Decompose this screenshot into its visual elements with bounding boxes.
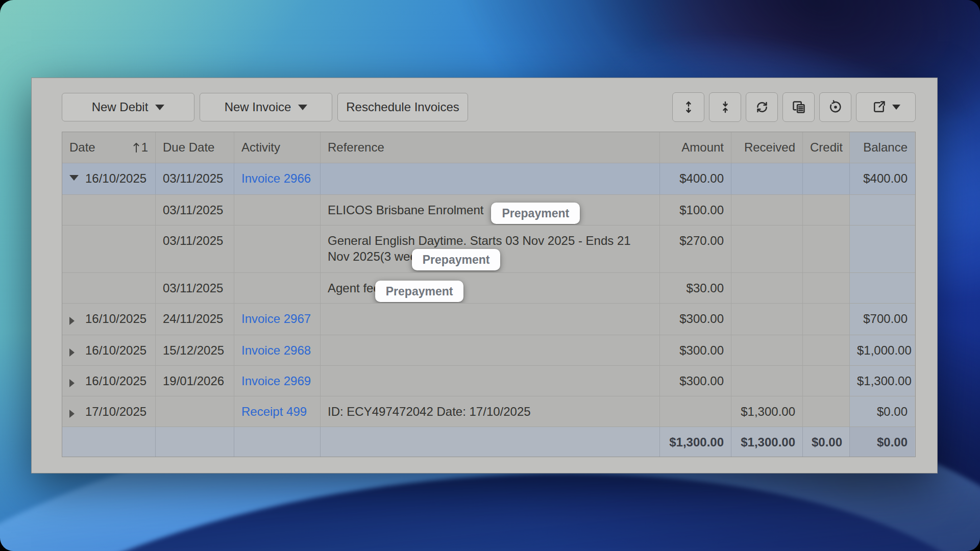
cell-reference <box>321 366 660 396</box>
cell-balance <box>850 273 915 303</box>
copy-icon <box>792 100 806 114</box>
cell-date <box>62 195 156 225</box>
footer-total-balance: $0.00 <box>850 427 915 457</box>
chevron-down-icon <box>155 105 164 110</box>
expand-all-button[interactable] <box>672 92 704 122</box>
cell-amount: $270.00 <box>660 226 731 272</box>
cell-received <box>731 195 803 225</box>
column-label: Activity <box>241 140 280 154</box>
cell-credit <box>803 273 850 303</box>
cell-activity: Receipt 499 <box>234 396 321 427</box>
sort-indicator: 1 <box>132 139 148 155</box>
cell-due-date: 19/01/2026 <box>156 366 234 396</box>
cell-balance: $400.00 <box>850 163 915 194</box>
cell-amount <box>660 396 731 427</box>
table-row-line-agent-fee[interactable]: 03/11/2025 Agent feePrepayment $30.00 <box>62 273 915 304</box>
cell-due-date: 03/11/2025 <box>156 195 234 225</box>
cell-activity <box>234 226 321 272</box>
column-label: Balance <box>863 140 908 154</box>
cell-balance: $700.00 <box>850 304 915 335</box>
cell-activity: Invoice 2967 <box>234 304 321 335</box>
cell-date: 16/10/2025 <box>62 163 156 194</box>
export-button[interactable] <box>856 92 916 122</box>
invoice-link[interactable]: Invoice 2967 <box>241 312 311 325</box>
cell-credit <box>803 304 850 335</box>
cell-date: 16/10/2025 <box>62 304 156 335</box>
cell-received <box>731 304 803 335</box>
copy-button[interactable] <box>782 92 815 122</box>
column-header-received[interactable]: Received <box>731 132 803 163</box>
column-header-activity[interactable]: Activity <box>234 132 321 163</box>
cell-credit <box>803 163 850 194</box>
table-row-invoice-2969[interactable]: 16/10/2025 19/01/2026 Invoice 2969 $300.… <box>62 366 915 396</box>
cell-received <box>731 366 803 396</box>
column-header-balance[interactable]: Balance <box>850 132 915 163</box>
column-label: Date <box>69 139 95 155</box>
desktop-wallpaper: New Debit New Invoice Reschedule Invoice… <box>0 0 980 551</box>
column-label: Credit <box>810 140 843 154</box>
cell-received <box>731 163 803 194</box>
prepayment-badge: Prepayment <box>375 281 464 302</box>
cell-date: 16/10/2025 <box>62 366 156 396</box>
cell-credit <box>803 226 850 272</box>
cell-reference <box>321 335 660 365</box>
new-debit-label: New Debit <box>92 100 149 114</box>
cell-received <box>731 335 803 365</box>
invoice-link[interactable]: Invoice 2969 <box>241 374 311 388</box>
column-header-due-date[interactable]: Due Date <box>156 132 234 163</box>
transactions-table: Date 1 Due Date Activity Reference Amoun… <box>62 132 916 457</box>
cell-due-date <box>156 396 234 427</box>
table-row-receipt-499[interactable]: 17/10/2025 Receipt 499 ID: ECY497472042 … <box>62 396 915 427</box>
cell-balance <box>850 226 915 272</box>
new-debit-button[interactable]: New Debit <box>62 93 194 121</box>
table-row-invoice-2966[interactable]: 16/10/2025 03/11/2025 Invoice 2966 $400.… <box>62 163 915 195</box>
invoice-link[interactable]: Invoice 2966 <box>241 171 311 185</box>
table-row-invoice-2968[interactable]: 16/10/2025 15/12/2025 Invoice 2968 $300.… <box>62 335 915 366</box>
column-label: Amount <box>681 140 724 154</box>
refresh-button[interactable] <box>746 92 778 122</box>
cell-reference: Agent feePrepayment <box>321 273 660 303</box>
invoice-link[interactable]: Invoice 2968 <box>241 343 311 357</box>
cell-activity: Invoice 2968 <box>234 335 321 365</box>
cell-balance: $1,300.00 <box>850 366 915 396</box>
new-invoice-button[interactable]: New Invoice <box>200 93 332 121</box>
expand-row-icon[interactable] <box>69 378 79 396</box>
table-row-line-general-english[interactable]: 03/11/2025 General English Daytime. Star… <box>62 226 915 273</box>
cell-amount: $30.00 <box>660 273 731 303</box>
cell-amount: $300.00 <box>660 304 731 335</box>
reschedule-invoices-button[interactable]: Reschedule Invoices <box>337 93 468 121</box>
cell-received <box>731 273 803 303</box>
table-row-invoice-2967[interactable]: 16/10/2025 24/11/2025 Invoice 2967 $300.… <box>62 304 915 335</box>
cell-received <box>731 226 803 272</box>
cell-credit <box>803 335 850 365</box>
column-header-date[interactable]: Date 1 <box>62 132 156 163</box>
collapse-row-icon[interactable] <box>69 175 79 194</box>
prepayment-badge: Prepayment <box>491 203 580 224</box>
expand-row-icon[interactable] <box>69 408 79 427</box>
footer-cell-activity <box>234 427 321 457</box>
column-header-credit[interactable]: Credit <box>803 132 850 163</box>
cell-due-date: 03/11/2025 <box>156 226 234 272</box>
history-button[interactable] <box>819 92 851 122</box>
cell-due-date: 03/11/2025 <box>156 163 234 194</box>
collapse-all-button[interactable] <box>709 92 741 122</box>
export-icon <box>872 100 886 114</box>
column-label: Received <box>744 140 795 154</box>
expand-row-icon[interactable] <box>69 315 79 335</box>
footer-total-received: $1,300.00 <box>731 427 803 457</box>
cell-activity: Invoice 2969 <box>234 366 321 396</box>
footer-cell-due-date <box>156 427 234 457</box>
collapse-rows-icon <box>718 100 732 114</box>
expand-row-icon[interactable] <box>69 347 79 365</box>
column-header-amount[interactable]: Amount <box>660 132 731 163</box>
cell-received: $1,300.00 <box>731 396 803 427</box>
cell-credit <box>803 195 850 225</box>
receipt-link[interactable]: Receipt 499 <box>241 405 307 418</box>
cell-date: 16/10/2025 <box>62 335 156 365</box>
cell-activity <box>234 273 321 303</box>
table-row-line-elicos[interactable]: 03/11/2025 ELICOS Brisbane EnrolmentPrep… <box>62 195 915 226</box>
cell-reference: ID: ECY497472042 Date: 17/10/2025 <box>321 396 660 427</box>
column-header-reference[interactable]: Reference <box>321 132 660 163</box>
cell-due-date: 24/11/2025 <box>156 304 234 335</box>
prepayment-badge: Prepayment <box>412 249 501 270</box>
